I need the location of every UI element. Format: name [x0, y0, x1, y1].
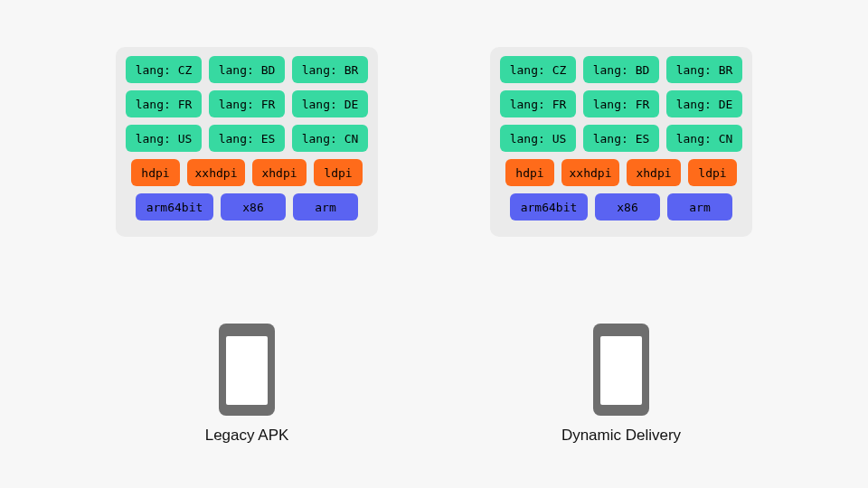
lang-chip: lang: BR [666, 56, 742, 83]
resource-panel-legacy: lang: CZ lang: BD lang: BR lang: FR lang… [116, 47, 378, 237]
lang-row: lang: CZ lang: BD lang: BR [499, 56, 743, 83]
diagram-stage: lang: CZ lang: BD lang: BR lang: FR lang… [0, 0, 868, 488]
lang-chip: lang: BR [292, 56, 368, 83]
lang-chip: lang: FR [209, 90, 285, 117]
lang-chip: lang: BD [583, 56, 659, 83]
arch-row: arm64bit x86 arm [499, 193, 743, 221]
lang-chip: lang: DE [666, 90, 742, 117]
dpi-chip: ldpi [314, 159, 363, 186]
arch-row: arm64bit x86 arm [125, 193, 369, 221]
lang-row: lang: US lang: ES lang: CN [499, 125, 743, 152]
lang-chip: lang: CZ [126, 56, 202, 83]
caption-legacy: Legacy APK [116, 427, 378, 445]
lang-row: lang: US lang: ES lang: CN [125, 125, 369, 152]
caption-dynamic: Dynamic Delivery [490, 427, 752, 445]
lang-chip: lang: CN [292, 125, 368, 152]
lang-chip: lang: US [126, 125, 202, 152]
dpi-chip: xhdpi [627, 159, 681, 186]
lang-row: lang: FR lang: FR lang: DE [499, 90, 743, 117]
arch-chip: arm [667, 193, 732, 221]
lang-chip: lang: FR [126, 90, 202, 117]
phone-icon [219, 324, 275, 416]
phone-icon [593, 324, 649, 416]
dpi-chip: ldpi [688, 159, 737, 186]
resource-panel-dynamic: lang: CZ lang: BD lang: BR lang: FR lang… [490, 47, 752, 237]
lang-row: lang: CZ lang: BD lang: BR [125, 56, 369, 83]
dpi-chip: xxhdpi [187, 159, 245, 186]
lang-chip: lang: FR [500, 90, 576, 117]
arch-chip: arm [293, 193, 358, 221]
dpi-chip: xxhdpi [561, 159, 619, 186]
lang-chip: lang: US [500, 125, 576, 152]
lang-row: lang: FR lang: FR lang: DE [125, 90, 369, 117]
lang-chip: lang: ES [209, 125, 285, 152]
lang-chip: lang: CZ [500, 56, 576, 83]
dpi-row: hdpi xxhdpi xhdpi ldpi [499, 159, 743, 186]
arch-chip: arm64bit [510, 193, 588, 221]
lang-chip: lang: FR [583, 90, 659, 117]
dpi-chip: xhdpi [252, 159, 307, 186]
arch-chip: x86 [221, 193, 286, 221]
lang-chip: lang: CN [666, 125, 742, 152]
arch-chip: arm64bit [136, 193, 213, 221]
arch-chip: x86 [595, 193, 660, 221]
lang-chip: lang: BD [209, 56, 285, 83]
dpi-chip: hdpi [131, 159, 180, 186]
lang-chip: lang: DE [292, 90, 368, 117]
dpi-chip: hdpi [505, 159, 554, 186]
dpi-row: hdpi xxhdpi xhdpi ldpi [125, 159, 369, 186]
lang-chip: lang: ES [583, 125, 659, 152]
